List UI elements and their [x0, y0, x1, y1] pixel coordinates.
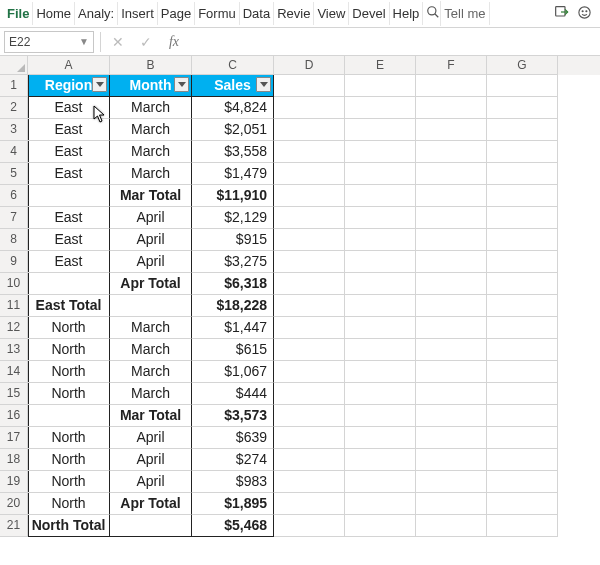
cell[interactable]: [345, 493, 416, 515]
cell[interactable]: [274, 75, 345, 97]
cell[interactable]: [345, 229, 416, 251]
col-header-c[interactable]: C: [192, 56, 274, 75]
cell[interactable]: [416, 405, 487, 427]
col-header-e[interactable]: E: [345, 56, 416, 75]
fx-icon[interactable]: fx: [163, 34, 185, 50]
row-header[interactable]: 20: [0, 493, 28, 515]
cell[interactable]: [345, 427, 416, 449]
cell[interactable]: [416, 449, 487, 471]
cell-region[interactable]: North: [28, 383, 110, 405]
cell-month[interactable]: April: [110, 251, 192, 273]
cell-region[interactable]: East: [28, 141, 110, 163]
cell[interactable]: [345, 383, 416, 405]
cell[interactable]: [487, 207, 558, 229]
cell[interactable]: [274, 229, 345, 251]
table-header-b[interactable]: Month: [110, 75, 192, 97]
cell[interactable]: [345, 185, 416, 207]
cell[interactable]: [345, 163, 416, 185]
row-header[interactable]: 2: [0, 97, 28, 119]
cell[interactable]: [274, 361, 345, 383]
cell-sales[interactable]: $18,228: [192, 295, 274, 317]
cell[interactable]: [416, 97, 487, 119]
cell-sales[interactable]: $639: [192, 427, 274, 449]
cell-sales[interactable]: $6,318: [192, 273, 274, 295]
cell[interactable]: [487, 339, 558, 361]
cell[interactable]: [274, 493, 345, 515]
cell[interactable]: [416, 229, 487, 251]
cell[interactable]: [416, 251, 487, 273]
cell-region[interactable]: North: [28, 449, 110, 471]
cell[interactable]: [416, 427, 487, 449]
cell-sales[interactable]: $4,824: [192, 97, 274, 119]
cell[interactable]: [416, 141, 487, 163]
cell-sales[interactable]: $3,573: [192, 405, 274, 427]
cell-month[interactable]: Mar Total: [110, 185, 192, 207]
cell[interactable]: [487, 75, 558, 97]
col-header-a[interactable]: A: [28, 56, 110, 75]
ribbon-tab-home[interactable]: Home: [33, 2, 75, 25]
cell-month[interactable]: March: [110, 339, 192, 361]
cell-sales[interactable]: $3,558: [192, 141, 274, 163]
row-header[interactable]: 4: [0, 141, 28, 163]
ribbon-tab-review[interactable]: Revie: [274, 2, 314, 25]
table-header-a[interactable]: Region: [28, 75, 110, 97]
cell[interactable]: [487, 251, 558, 273]
row-header[interactable]: 12: [0, 317, 28, 339]
cell[interactable]: [416, 163, 487, 185]
cell[interactable]: [345, 317, 416, 339]
cell-month[interactable]: March: [110, 97, 192, 119]
cell-region[interactable]: East: [28, 229, 110, 251]
row-header[interactable]: 15: [0, 383, 28, 405]
cell-sales[interactable]: $2,051: [192, 119, 274, 141]
cell[interactable]: [274, 295, 345, 317]
cell[interactable]: [345, 141, 416, 163]
cell-region[interactable]: North: [28, 361, 110, 383]
cell[interactable]: [416, 295, 487, 317]
row-header[interactable]: 11: [0, 295, 28, 317]
cell[interactable]: [487, 97, 558, 119]
cell[interactable]: [274, 405, 345, 427]
cell[interactable]: [487, 295, 558, 317]
name-box-dropdown-icon[interactable]: ▼: [79, 36, 89, 47]
cell-sales[interactable]: $1,447: [192, 317, 274, 339]
cell[interactable]: [487, 471, 558, 493]
cell[interactable]: [416, 185, 487, 207]
cell-region[interactable]: [28, 405, 110, 427]
cell[interactable]: [345, 471, 416, 493]
cell-sales[interactable]: $2,129: [192, 207, 274, 229]
cell[interactable]: [487, 273, 558, 295]
cell[interactable]: [416, 493, 487, 515]
ribbon-tab-data[interactable]: Data: [240, 2, 274, 25]
cell[interactable]: [487, 229, 558, 251]
cell-sales[interactable]: $274: [192, 449, 274, 471]
cell[interactable]: [487, 383, 558, 405]
cell-region[interactable]: North Total: [28, 515, 110, 537]
ribbon-tab-file[interactable]: File: [4, 2, 33, 25]
cell[interactable]: [487, 493, 558, 515]
col-header-b[interactable]: B: [110, 56, 192, 75]
cell[interactable]: [487, 427, 558, 449]
cell[interactable]: [274, 207, 345, 229]
cell-region[interactable]: [28, 185, 110, 207]
row-header[interactable]: 6: [0, 185, 28, 207]
cell-region[interactable]: North: [28, 471, 110, 493]
cell[interactable]: [487, 515, 558, 537]
cell-sales[interactable]: $1,895: [192, 493, 274, 515]
cell-month[interactable]: March: [110, 141, 192, 163]
row-header[interactable]: 1: [0, 75, 28, 97]
row-header[interactable]: 18: [0, 449, 28, 471]
cell-sales[interactable]: $3,275: [192, 251, 274, 273]
cell[interactable]: [345, 361, 416, 383]
cell-region[interactable]: North: [28, 493, 110, 515]
cell[interactable]: [416, 383, 487, 405]
ribbon-tab-formulas[interactable]: Formu: [195, 2, 240, 25]
cell-month[interactable]: April: [110, 427, 192, 449]
filter-button[interactable]: [174, 77, 189, 92]
cell-month[interactable]: March: [110, 163, 192, 185]
cell-month[interactable]: April: [110, 471, 192, 493]
cell[interactable]: [345, 251, 416, 273]
filter-button[interactable]: [92, 77, 107, 92]
cell-month[interactable]: March: [110, 317, 192, 339]
cell[interactable]: [274, 317, 345, 339]
cell-sales[interactable]: $983: [192, 471, 274, 493]
